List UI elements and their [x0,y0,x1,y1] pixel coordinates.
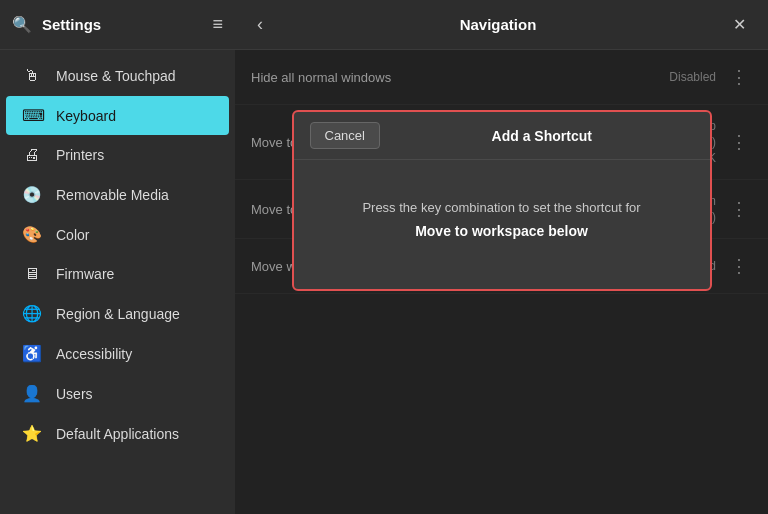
menu-icon[interactable]: ≡ [212,14,223,35]
main-content: ‹ Navigation ✕ Hide all normal windowsDi… [235,0,768,514]
dialog-instruction: Press the key combination to set the sho… [314,200,690,215]
printers-label: Printers [56,147,104,163]
sidebar-items-list: 🖱Mouse & Touchpad⌨Keyboard🖨Printers💿Remo… [0,50,235,514]
color-icon: 🎨 [22,225,42,244]
firmware-icon: 🖥 [22,265,42,283]
sidebar-title: Settings [42,16,202,33]
dialog-overlay: Cancel Add a Shortcut Press the key comb… [235,50,768,514]
dialog-header: Cancel Add a Shortcut [294,112,710,160]
region-label: Region & Language [56,306,180,322]
sidebar-item-mouse[interactable]: 🖱Mouse & Touchpad [6,57,229,95]
removable-icon: 💿 [22,185,42,204]
search-icon[interactable]: 🔍 [12,15,32,34]
main-title: Navigation [281,16,715,33]
sidebar-item-default-apps[interactable]: ⭐Default Applications [6,414,229,453]
sidebar-item-printers[interactable]: 🖨Printers [6,136,229,174]
back-button[interactable]: ‹ [249,10,271,39]
sidebar: 🔍 Settings ≡ 🖱Mouse & Touchpad⌨Keyboard🖨… [0,0,235,514]
main-header: ‹ Navigation ✕ [235,0,768,50]
close-button[interactable]: ✕ [725,11,754,38]
mouse-icon: 🖱 [22,67,42,85]
users-label: Users [56,386,93,402]
users-icon: 👤 [22,384,42,403]
dialog-body: Press the key combination to set the sho… [294,160,710,289]
default-apps-icon: ⭐ [22,424,42,443]
sidebar-item-accessibility[interactable]: ♿Accessibility [6,334,229,373]
default-apps-label: Default Applications [56,426,179,442]
sidebar-item-keyboard[interactable]: ⌨Keyboard [6,96,229,135]
dialog-title: Add a Shortcut [390,128,694,144]
keyboard-icon: ⌨ [22,106,42,125]
printers-icon: 🖨 [22,146,42,164]
keyboard-label: Keyboard [56,108,116,124]
mouse-label: Mouse & Touchpad [56,68,176,84]
accessibility-icon: ♿ [22,344,42,363]
dialog-action-name: Move to workspace below [314,223,690,239]
color-label: Color [56,227,89,243]
add-shortcut-dialog: Cancel Add a Shortcut Press the key comb… [292,110,712,291]
accessibility-label: Accessibility [56,346,132,362]
removable-label: Removable Media [56,187,169,203]
region-icon: 🌐 [22,304,42,323]
sidebar-item-color[interactable]: 🎨Color [6,215,229,254]
cancel-button[interactable]: Cancel [310,122,380,149]
sidebar-header: 🔍 Settings ≡ [0,0,235,50]
sidebar-item-removable[interactable]: 💿Removable Media [6,175,229,214]
sidebar-item-region[interactable]: 🌐Region & Language [6,294,229,333]
sidebar-item-firmware[interactable]: 🖥Firmware [6,255,229,293]
sidebar-item-users[interactable]: 👤Users [6,374,229,413]
firmware-label: Firmware [56,266,114,282]
